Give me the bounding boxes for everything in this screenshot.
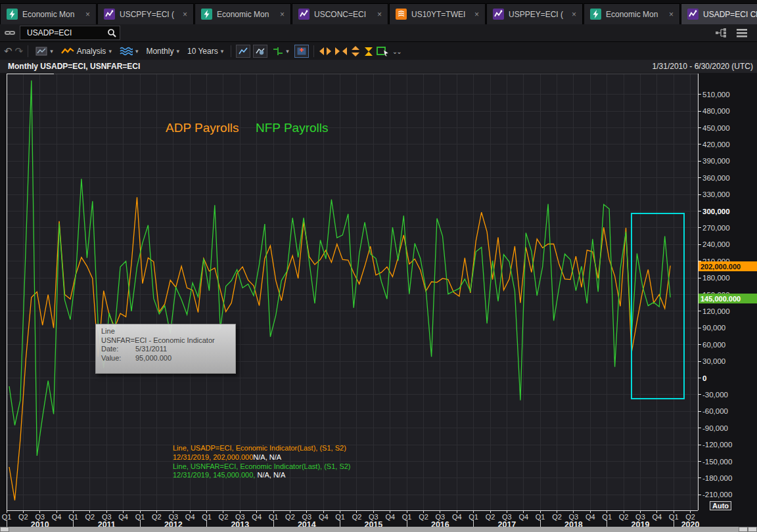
tooltip-value-label: Value: (101, 354, 135, 363)
tooltip-series: USNFAR=ECI - Economic Indicator (101, 336, 230, 345)
x-quarter-label: Q2 (85, 513, 95, 521)
scrollbar-arrow-right[interactable] (748, 527, 757, 532)
y-tick-label: 270,000 (702, 224, 730, 232)
y-tick-label: -150,000 (702, 458, 732, 466)
tooltip-title: Line (101, 327, 230, 336)
footnote-line: Line, USNFAR=ECI, Economic Indicator(Las… (173, 462, 351, 472)
tooltip-date-value: 5/31/2011 (135, 345, 167, 354)
x-quarter-label: Q2 (152, 513, 162, 521)
y-tick-label: -60,000 (702, 407, 728, 415)
data-point-tooltip: Line USNFAR=ECI - Economic Indicator Dat… (95, 324, 236, 374)
x-quarter-label: Q4 (252, 513, 262, 521)
y-tick-label: 90,000 (702, 324, 725, 332)
y-tick-label: -120,000 (702, 441, 732, 449)
y-tick-label: 0 (702, 374, 706, 382)
y-tick-label: 420,000 (702, 141, 730, 148)
scrollbar-left-cap[interactable] (0, 527, 9, 532)
x-quarter-label: Q2 (552, 513, 562, 521)
y-tick-label: 300,000 (702, 208, 730, 215)
footnote-line: 12/31/2019, 145,000.000, N/A, N/A (173, 471, 351, 480)
y-tick-label: -210,000 (702, 491, 732, 499)
x-quarter-label: Q4 (518, 513, 528, 521)
x-quarter-label: Q2 (419, 513, 428, 521)
y-tick-label: 450,000 (702, 124, 730, 132)
x-quarter-label: Q4 (652, 513, 662, 521)
tooltip-date-label: Date: (101, 345, 135, 354)
y-tick-label: -30,000 (702, 391, 728, 399)
x-quarter-label: Q4 (385, 513, 395, 521)
y-tick-label: 180,000 (702, 274, 730, 282)
x-quarter-label: Q4 (52, 513, 62, 521)
adp-last-price-flag: 202,000.000 (699, 261, 757, 271)
y-tick-label: 510,000 (702, 91, 730, 99)
x-quarter-label: Q4 (118, 513, 128, 521)
auto-scale-button[interactable]: Auto (710, 501, 731, 510)
zoom-selection-rectangle[interactable] (631, 213, 685, 399)
application-window: Economic Mon×USCPFY=ECI (×Economic Mon×U… (0, 0, 757, 532)
y-tick-label: 30,000 (702, 357, 725, 365)
y-tick-label: 240,000 (702, 240, 730, 248)
y-tick-label: 390,000 (702, 157, 730, 165)
x-quarter-label: Q2 (486, 513, 495, 521)
series-footnotes[interactable]: Line, USADP=ECI, Economic Indicator(Last… (173, 444, 351, 480)
x-quarter-label: Q2 (619, 513, 629, 521)
adp-series-label[interactable]: ADP Payrolls (166, 121, 239, 135)
nfp-series-label[interactable]: NFP Payrolls (256, 121, 329, 135)
x-quarter-label: Q2 (18, 513, 28, 521)
chart-area: 510,000480,000450,000420,000390,000360,0… (0, 0, 757, 532)
nfp-last-price-flag: 145,000.000 (699, 294, 757, 303)
y-tick-label: 330,000 (702, 190, 730, 198)
y-tick-label: -180,000 (702, 474, 732, 482)
scrollbar-arrow-left[interactable] (739, 527, 748, 532)
footnote-line: 12/31/2019, 202,000.000N/A, N/A (173, 453, 351, 462)
x-quarter-label: Q2 (219, 513, 229, 521)
horizontal-scrollbar[interactable] (0, 527, 757, 532)
y-tick-label: 480,000 (702, 107, 730, 115)
tooltip-value-value: 95,000.000 (135, 354, 172, 363)
y-tick-label: 60,000 (702, 341, 725, 349)
y-tick-label: 120,000 (702, 307, 730, 315)
y-tick-label: 360,000 (702, 174, 730, 182)
y-tick-label: -90,000 (702, 424, 728, 432)
x-quarter-label: Q2 (352, 513, 362, 521)
x-quarter-label: Q4 (185, 513, 195, 521)
x-quarter-label: Q4 (319, 513, 329, 521)
x-quarter-label: Q4 (452, 513, 462, 521)
x-quarter-label: Q4 (585, 513, 595, 521)
footnote-line: Line, USADP=ECI, Economic Indicator(Last… (173, 444, 351, 453)
x-quarter-label: Q2 (285, 513, 295, 521)
